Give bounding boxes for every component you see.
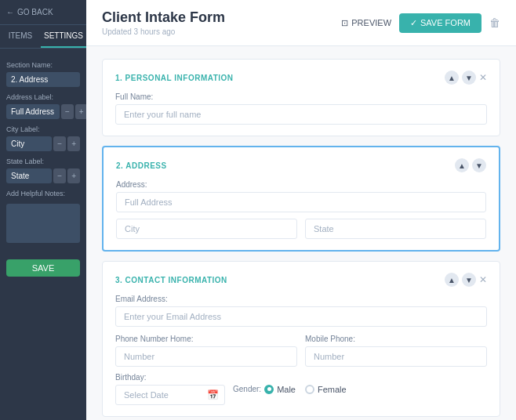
preview-label: PREVIEW (351, 18, 391, 27)
birthday-gender-row: Birthday: 📅 Gender: Male (115, 373, 487, 405)
phone-home-label: Phone Number Home: (115, 335, 297, 343)
section-personal-down-btn[interactable]: ▼ (462, 71, 476, 85)
back-arrow-icon: ← (6, 8, 14, 16)
full-name-label: Full Name: (115, 92, 487, 101)
save-button[interactable]: SAVE (6, 259, 80, 277)
phone-home-input[interactable] (115, 346, 297, 367)
section-address: 2. ADDRESS ▲ ▼ Address: State (102, 146, 500, 252)
section-address-title: 2. ADDRESS (116, 161, 167, 170)
save-form-label: SAVE FORM (420, 18, 471, 27)
state-label-label: State Label: (6, 158, 80, 165)
section-address-actions: ▲ ▼ (455, 158, 486, 172)
preview-button[interactable]: ⊡ PREVIEW (341, 18, 391, 28)
city-input[interactable] (116, 219, 297, 239)
section-address-up-btn[interactable]: ▲ (455, 158, 469, 172)
address-label-select[interactable]: Full Address (6, 104, 60, 119)
address-label-label: Address Label: (6, 93, 80, 101)
section-contact-title: 3. CONTACT INFORMATION (115, 276, 227, 284)
section-contact-header: 3. CONTACT INFORMATION ▲ ▼ ✕ (115, 273, 487, 287)
phone-mobile-input[interactable] (305, 346, 487, 367)
section-name-input[interactable] (6, 72, 80, 87)
tab-settings[interactable]: SETTINGS (41, 25, 86, 48)
sidebar: ← GO BACK ITEMS SETTINGS Section Name: A… (0, 0, 86, 420)
section-personal-header: 1. PERSONAL INFORMATION ▲ ▼ ✕ (115, 71, 487, 85)
state-select[interactable]: State (305, 219, 486, 239)
page-title: Client Intake Form (102, 9, 225, 26)
full-name-input[interactable] (115, 104, 487, 125)
phone-mobile-label: Mobile Phone: (305, 335, 487, 343)
radio-female (305, 385, 314, 394)
section-name-label: Section Name: (6, 61, 80, 69)
gender-male-option[interactable]: Male (264, 385, 296, 394)
gender-female-option[interactable]: Female (305, 385, 347, 394)
address-city-state-row: State (116, 219, 486, 239)
main-content: Client Intake Form Updated 3 hours ago ⊡… (86, 0, 516, 420)
header-actions: ⊡ PREVIEW ✓ SAVE FORM 🗑 (341, 13, 500, 33)
email-input[interactable] (115, 306, 487, 327)
city-plus-btn[interactable]: + (67, 136, 80, 151)
helpful-notes-label: Add Helpful Notes: (6, 190, 80, 197)
section-contact: 3. CONTACT INFORMATION ▲ ▼ ✕ Email Addre… (102, 261, 500, 417)
city-minus-btn[interactable]: − (53, 136, 66, 151)
state-field-wrap: State (305, 219, 486, 239)
gender-label: Gender: (233, 385, 261, 393)
title-wrap: Client Intake Form Updated 3 hours ago (102, 9, 225, 36)
phone-mobile-wrap: Mobile Phone: (305, 335, 487, 367)
city-label-label: City Label: (6, 125, 80, 133)
sidebar-content: Section Name: Address Label: Full Addres… (0, 49, 86, 252)
back-label: GO BACK (17, 8, 53, 16)
section-contact-actions: ▲ ▼ ✕ (445, 273, 487, 287)
section-personal-title: 1. PERSONAL INFORMATION (115, 74, 234, 82)
state-label-select[interactable]: State (6, 168, 52, 183)
phone-row: Phone Number Home: Mobile Phone: (115, 335, 487, 367)
section-contact-up-btn[interactable]: ▲ (445, 273, 459, 287)
address-field-label: Address: (116, 180, 486, 189)
section-personal-up-btn[interactable]: ▲ (445, 71, 459, 85)
section-address-down-btn[interactable]: ▼ (472, 158, 486, 172)
state-minus-btn[interactable]: − (53, 168, 66, 183)
birthday-field-wrap: 📅 (115, 385, 225, 405)
section-address-header: 2. ADDRESS ▲ ▼ (116, 158, 486, 172)
tab-items[interactable]: ITEMS (0, 25, 41, 48)
section-contact-close-btn[interactable]: ✕ (479, 274, 487, 285)
state-label-wrap: State − + (6, 168, 80, 183)
city-field-wrap (116, 219, 297, 239)
gender-female-label: Female (318, 385, 347, 394)
calendar-icon: 📅 (207, 389, 219, 400)
check-icon: ✓ (410, 18, 417, 28)
section-contact-down-btn[interactable]: ▼ (462, 273, 476, 287)
gender-wrap: Gender: Male Female (233, 385, 347, 394)
city-label-select[interactable]: City (6, 136, 52, 151)
delete-button[interactable]: 🗑 (489, 16, 500, 29)
page-subtitle: Updated 3 hours ago (102, 27, 225, 36)
save-form-button[interactable]: ✓ SAVE FORM (399, 13, 481, 33)
main-header: Client Intake Form Updated 3 hours ago ⊡… (86, 0, 516, 46)
section-personal-actions: ▲ ▼ ✕ (445, 71, 487, 85)
state-plus-btn[interactable]: + (67, 168, 80, 183)
address-label-wrap: Full Address − + (6, 104, 80, 119)
city-label-wrap: City − + (6, 136, 80, 151)
back-button[interactable]: ← GO BACK (0, 0, 86, 25)
preview-icon: ⊡ (341, 18, 348, 28)
sidebar-tabs: ITEMS SETTINGS (0, 25, 86, 49)
gender-male-label: Male (277, 385, 296, 394)
section-personal-close-btn[interactable]: ✕ (479, 72, 487, 83)
address-input[interactable] (116, 192, 486, 212)
trash-icon: 🗑 (489, 16, 500, 29)
gender-radio-group: Male Female (264, 385, 347, 394)
birthday-wrap-outer: Birthday: 📅 (115, 373, 225, 405)
section-personal: 1. PERSONAL INFORMATION ▲ ▼ ✕ Full Name: (102, 59, 500, 136)
phone-home-wrap: Phone Number Home: (115, 335, 297, 367)
address-minus-btn[interactable]: − (61, 104, 74, 119)
birthday-label: Birthday: (115, 373, 225, 382)
form-content: 1. PERSONAL INFORMATION ▲ ▼ ✕ Full Name:… (86, 46, 516, 420)
radio-male-active (264, 385, 274, 394)
email-label: Email Address: (115, 295, 487, 303)
helpful-notes-textarea[interactable] (6, 204, 80, 243)
